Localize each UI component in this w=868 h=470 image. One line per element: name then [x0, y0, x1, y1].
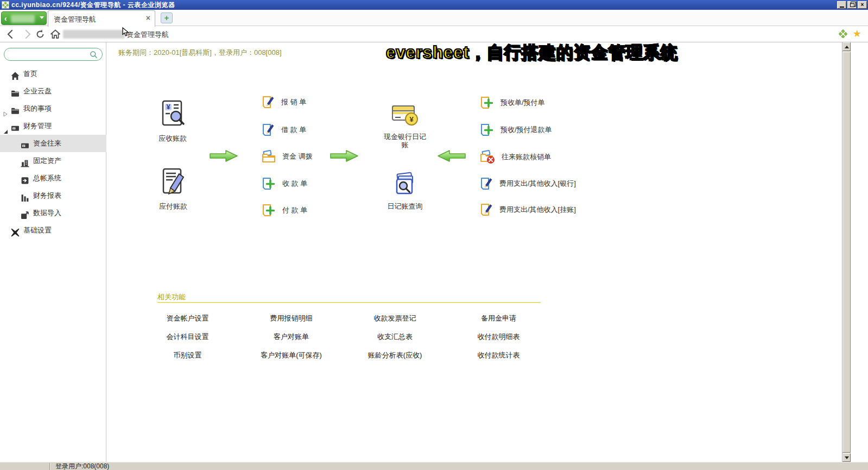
related-link[interactable]: 费用报销明细: [239, 313, 343, 324]
favorite-star-icon[interactable]: ★: [853, 28, 861, 40]
window-title: cc.iyunbiao.cn/9244/资金管理导航 - 云表企业浏览器: [11, 0, 175, 10]
navigation-bar: 资金管理导航 ★: [0, 26, 868, 42]
app-logo-icon: [2, 1, 9, 9]
related-link[interactable]: 收付款明细表: [447, 331, 550, 342]
svg-text:¥: ¥: [409, 115, 414, 123]
sidebar-item-basic-settings[interactable]: 基础设置: [0, 222, 106, 239]
flow-item-receipt-form[interactable]: 收 款 单: [262, 176, 307, 191]
payable-doc-icon: [161, 167, 186, 197]
address-page-title: 资金管理导航: [126, 30, 169, 40]
tab-close-icon[interactable]: ×: [146, 14, 150, 22]
related-link[interactable]: 客户对账单: [239, 331, 343, 342]
flow-item-loan-form[interactable]: 借 款 单: [262, 122, 306, 137]
sidebar-item-data-import[interactable]: 数据导入: [0, 204, 106, 222]
related-link[interactable]: 收付款统计表: [447, 350, 550, 361]
sidebar-item-cloud-disk[interactable]: 企业云盘: [0, 83, 106, 100]
doc-plus-orange-icon: [262, 203, 276, 217]
sidebar-menu: 首页 企业云盘 我的事项 财务管理 资金往来 固定资产 总帐系统: [0, 65, 106, 239]
browser-menu-button[interactable]: ‹: [1, 11, 47, 25]
doc-pen-orange-icon: [480, 203, 493, 217]
flow-item-expense-claim[interactable]: 报 销 单: [262, 95, 306, 110]
related-functions-divider: [157, 302, 541, 303]
scroll-down-button[interactable]: [842, 453, 851, 462]
blurred-label: [11, 15, 35, 23]
doc-plus-orange-icon: [480, 96, 494, 110]
tab-title: 资金管理导航: [54, 15, 96, 24]
close-button[interactable]: ×: [858, 1, 867, 9]
scrollbar-thumb[interactable]: [842, 52, 851, 453]
related-functions-grid: 资金帐户设置 费用报销明细 收款发票登记 备用金申请 会计科目设置 客户对账单 …: [136, 313, 550, 361]
chevron-left-icon: ‹: [4, 14, 7, 23]
folder-transfer-icon: [262, 150, 276, 163]
site-logo-icon[interactable]: [839, 29, 847, 40]
related-link[interactable]: 收支汇总表: [343, 331, 447, 342]
video-caption-overlay: eversheet，自行搭建的资金管理系统: [386, 41, 678, 64]
settings-icon: [11, 226, 20, 243]
flow-item-advance-receipt-payment[interactable]: 预收单/预付单: [480, 95, 545, 110]
related-link[interactable]: 资金帐户设置: [136, 313, 239, 324]
doc-plus-blue-icon: [262, 177, 276, 191]
sidebar-item-fund-transactions[interactable]: 资金往来: [0, 135, 106, 152]
window-titlebar: cc.iyunbiao.cn/9244/资金管理导航 - 云表企业浏览器 ×: [0, 0, 868, 10]
flow-node-label: 应收账款: [152, 134, 193, 142]
flow-item-expense-income-credit[interactable]: 费用支出/其他收入[挂账]: [480, 202, 576, 217]
folder-cancel-icon: [480, 150, 495, 164]
sidebar-search[interactable]: [4, 48, 103, 61]
flow-item-payment-form[interactable]: 付 款 单: [262, 203, 307, 218]
sidebar-item-general-ledger[interactable]: 总帐系统: [0, 170, 106, 187]
related-functions-title: 相关功能: [157, 292, 186, 302]
refresh-icon[interactable]: [35, 29, 46, 40]
flow-arrow-right-icon: [330, 150, 358, 162]
restore-button[interactable]: [847, 1, 857, 9]
flow-node-label: 现金银行日记账: [382, 133, 428, 149]
related-link[interactable]: 收款发票登记: [343, 313, 447, 324]
address-bar-blurred[interactable]: [63, 30, 125, 39]
flow-node-accounts-payable[interactable]: 应付账款: [153, 167, 194, 210]
search-icon: [90, 51, 98, 61]
flow-item-expense-income-bank[interactable]: 费用支出/其他收入[银行]: [480, 176, 576, 191]
status-cell-empty: [0, 463, 50, 470]
bank-card-icon: ¥: [391, 104, 419, 127]
back-icon[interactable]: [5, 29, 16, 40]
doc-pen-orange-icon: [262, 95, 275, 109]
sidebar: 首页 企业云盘 我的事项 财务管理 资金往来 固定资产 总帐系统: [0, 42, 106, 462]
flow-item-account-write-off[interactable]: 往来账款核销单: [480, 149, 551, 165]
related-link[interactable]: 备用金申请: [447, 313, 550, 324]
home-icon[interactable]: [50, 29, 61, 40]
sidebar-item-my-matters[interactable]: 我的事项: [0, 100, 106, 117]
scroll-up-button[interactable]: [842, 42, 851, 51]
search-input[interactable]: [11, 49, 90, 59]
doc-plus-blue-icon: [480, 123, 494, 137]
flow-node-cash-bank-journal[interactable]: ¥ 现金银行日记账: [378, 104, 432, 149]
sidebar-item-finance-management[interactable]: 财务管理: [0, 117, 106, 135]
minimize-button[interactable]: [837, 1, 846, 9]
flow-node-label: 日记账查询: [379, 202, 431, 210]
sidebar-item-home[interactable]: 首页: [0, 65, 106, 83]
flow-arrow-right-icon: [210, 150, 238, 162]
flow-node-journal-query[interactable]: 日记账查询: [379, 172, 431, 210]
related-link[interactable]: 币别设置: [136, 350, 239, 361]
flow-item-advance-refund[interactable]: 预收/预付退款单: [480, 122, 552, 137]
tab-bar: ‹ 资金管理导航 × +: [0, 10, 868, 26]
receivable-doc-icon: ¥: [160, 99, 186, 129]
journal-search-icon: [392, 172, 417, 197]
svg-text:¥: ¥: [166, 103, 170, 111]
status-bar: 登录用户:008(008): [0, 462, 868, 470]
related-link[interactable]: 客户对账单(可保存): [239, 350, 343, 361]
vertical-scrollbar[interactable]: [842, 42, 851, 462]
flow-item-fund-transfer[interactable]: 资金 调拨: [262, 149, 313, 164]
flow-node-label: 应付账款: [153, 202, 194, 210]
related-link[interactable]: 会计科目设置: [136, 331, 239, 342]
new-tab-button[interactable]: +: [161, 12, 173, 23]
related-link[interactable]: 账龄分析表(应收): [343, 350, 447, 361]
tab-fund-navigation[interactable]: 资金管理导航 ×: [48, 10, 155, 27]
period-info: 账务期间：2020-01[普易科斯]，登录用户：008[008]: [118, 48, 282, 58]
forward-icon[interactable]: [22, 29, 33, 40]
mouse-cursor: [122, 27, 130, 39]
sidebar-item-fixed-assets[interactable]: 固定资产: [0, 152, 106, 170]
doc-pen-blue-icon: [480, 177, 493, 191]
doc-pen-blue-icon: [262, 123, 275, 137]
status-login-user: 登录用户:008(008): [55, 462, 109, 470]
sidebar-item-financial-reports[interactable]: 财务报表: [0, 187, 106, 204]
flow-node-accounts-receivable[interactable]: ¥ 应收账款: [152, 99, 193, 142]
